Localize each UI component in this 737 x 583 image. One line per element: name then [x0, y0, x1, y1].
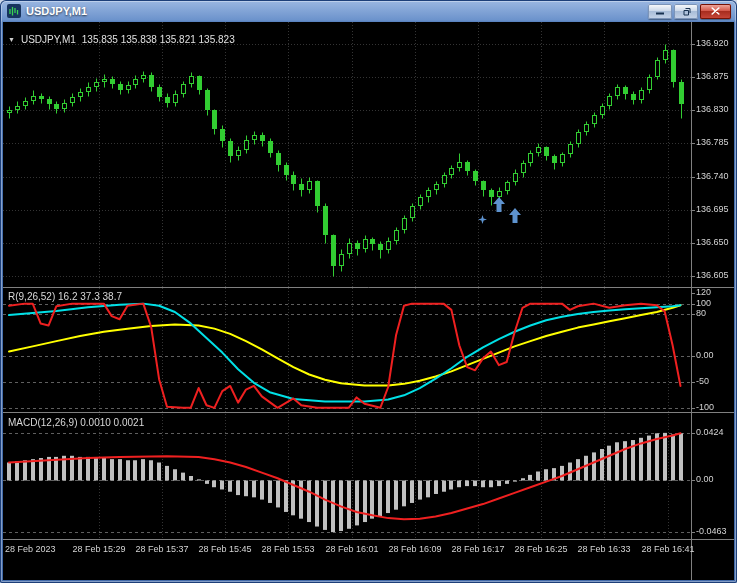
star-icon[interactable] — [478, 210, 487, 228]
price-tick-label: 136.785 — [696, 138, 729, 147]
price-tick-label: 136.695 — [696, 205, 729, 214]
time-label: 28 Feb 16:09 — [384, 544, 446, 554]
minimize-button[interactable] — [648, 4, 672, 19]
time-label: 28 Feb 15:45 — [194, 544, 256, 554]
window-controls — [648, 4, 731, 19]
oscillator-tick-label: 80 — [696, 309, 706, 318]
time-label: 28 Feb 16:25 — [510, 544, 572, 554]
symbol-dropdown-icon[interactable]: ▼ — [8, 35, 15, 45]
time-label: 28 Feb 2023 — [5, 544, 56, 554]
oscillator-tick-label: -100 — [696, 403, 714, 412]
time-label: 28 Feb 15:53 — [257, 544, 319, 554]
time-label: 28 Feb 16:01 — [321, 544, 383, 554]
close-button[interactable] — [700, 4, 731, 19]
price-tick-label: 136.830 — [696, 105, 729, 114]
time-label: 28 Feb 16:17 — [447, 544, 509, 554]
price-tick-label: 136.875 — [696, 72, 729, 81]
macd-tick-label: 0.00 — [696, 475, 714, 484]
buy-arrow-icon[interactable] — [508, 208, 522, 228]
chart-icon[interactable] — [7, 4, 21, 18]
price-tick-label: 136.920 — [696, 39, 729, 48]
chart-area: ▼ USDJPY,M1 135.835 135.838 135.821 135.… — [3, 22, 734, 580]
chart-header: ▼ USDJPY,M1 135.835 135.838 135.821 135.… — [8, 34, 235, 45]
restore-icon — [682, 7, 691, 16]
price-axis[interactable]: 136.920136.875136.830136.785136.740136.6… — [692, 22, 734, 580]
ohlc-values: 135.835 135.838 135.821 135.823 — [82, 34, 235, 45]
price-tick-label: 136.605 — [696, 271, 729, 280]
macd-label: MACD(12,26,9) 0.0010 0.0021 — [8, 417, 144, 428]
window-title: USDJPY,M1 — [26, 5, 87, 17]
symbol-timeframe-label: USDJPY,M1 — [21, 34, 76, 45]
oscillator-tick-label: -50 — [696, 377, 709, 386]
time-axis[interactable]: 28 Feb 202328 Feb 15:2928 Feb 15:3728 Fe… — [3, 541, 734, 580]
time-label: 28 Feb 15:29 — [68, 544, 130, 554]
buy-arrow-icon[interactable] — [492, 197, 506, 217]
minimize-icon — [656, 8, 664, 15]
oscillator-tick-label: 120 — [696, 288, 711, 297]
oscillator-tick-label: 100 — [696, 299, 711, 308]
price-tick-label: 136.650 — [696, 238, 729, 247]
restore-button[interactable] — [674, 4, 698, 19]
oscillator-label: R(9,26,52) 16.2 37.3 38.7 — [8, 291, 122, 302]
chart-overlay: ▼ USDJPY,M1 135.835 135.838 135.821 135.… — [3, 22, 734, 580]
chart-window: USDJPY,M1 ▼ USDJPY,M1 135.835 135.838 13… — [0, 0, 737, 583]
time-label: 28 Feb 15:37 — [131, 544, 193, 554]
macd-tick-label: -0.0463 — [696, 527, 727, 536]
oscillator-tick-label: 0.00 — [696, 351, 714, 360]
price-tick-label: 136.740 — [696, 172, 729, 181]
time-label: 28 Feb 16:41 — [637, 544, 699, 554]
titlebar[interactable]: USDJPY,M1 — [0, 0, 737, 22]
macd-tick-label: 0.0424 — [696, 428, 724, 437]
time-label: 28 Feb 16:33 — [573, 544, 635, 554]
close-icon — [711, 7, 720, 15]
